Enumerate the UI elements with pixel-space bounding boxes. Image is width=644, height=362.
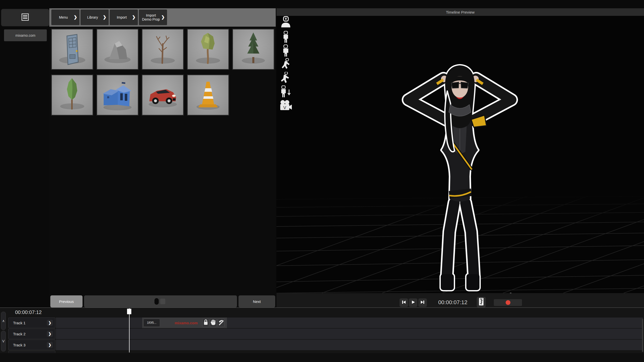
chevron-right-icon: ❯	[48, 343, 51, 347]
pine-tree-thumbnail	[233, 29, 274, 69]
prop-tile-blue-house[interactable]	[96, 74, 139, 116]
pickaxe-icon	[218, 319, 224, 326]
clip-hash-label: 1f0f5...	[147, 321, 156, 325]
track-2-lane[interactable]	[56, 329, 643, 339]
skip-start-button[interactable]	[399, 298, 408, 307]
chevron-right-icon: ❯	[74, 15, 77, 20]
timeline-scroll-up-button[interactable]: ∧	[1, 312, 6, 330]
hand-icon	[211, 319, 216, 326]
mixamo-site-label: mixamo.com	[15, 33, 35, 37]
library-button[interactable]: Library ❯	[80, 10, 109, 25]
timeline-playhead-handle[interactable]	[127, 309, 131, 314]
track-2-label: Track 2	[13, 332, 25, 336]
timeline-scrollbar[interactable]	[642, 319, 643, 352]
toolbar: Menu ❯ Library ❯ Import ❯ Import Demo Pr…	[49, 8, 276, 27]
bust-camera-icon	[280, 16, 291, 29]
main-menu-button[interactable]	[1, 9, 49, 26]
clip-hand-button[interactable]	[210, 319, 217, 327]
hamburger-icon	[21, 13, 29, 22]
transport-timecode: 00:00:07:12	[433, 299, 473, 306]
track-3-header[interactable]: Track 3 ❯	[8, 340, 55, 350]
play-icon	[411, 300, 415, 305]
camera-preset-standing-button[interactable]	[280, 31, 292, 44]
scroll-down-icon: V	[2, 339, 5, 343]
prop-tile-pine-tree[interactable]	[232, 29, 274, 70]
camera-preset-video-button[interactable]: V	[280, 100, 292, 113]
camera-preset-fall-button[interactable]	[280, 86, 292, 98]
skip-end-icon	[420, 300, 425, 305]
clip-watermark: mixamo.com	[167, 318, 205, 328]
poplar-tree-thumbnail	[52, 75, 93, 115]
prop-tile-door[interactable]	[51, 29, 93, 70]
next-page-label: Next	[253, 299, 261, 304]
prop-tile-traffic-cone[interactable]	[187, 74, 229, 116]
track-3-lane[interactable]	[56, 340, 643, 350]
previous-page-label: Previous	[59, 299, 74, 304]
library-button-label: Library	[87, 15, 102, 19]
door-thumbnail	[52, 29, 93, 69]
track-2-header[interactable]: Track 2 ❯	[8, 329, 55, 339]
track-2-expand-button[interactable]: ❯	[47, 331, 53, 337]
track-3-label: Track 3	[13, 343, 25, 347]
timeline-ruler-button[interactable]	[477, 297, 486, 307]
record-icon	[506, 300, 510, 305]
viewport-header: Timeline Preview	[276, 8, 644, 16]
camera-preset-standing-2-button[interactable]	[280, 45, 292, 57]
import-button-label: Import	[117, 15, 131, 19]
track-1-expand-button[interactable]: ❯	[47, 320, 53, 326]
figure-down-arrow-icon	[280, 85, 291, 99]
menu-button[interactable]: Menu ❯	[51, 10, 79, 25]
standing-figure-2-icon	[281, 44, 290, 58]
track-4-header-partial	[8, 351, 55, 353]
timeline-timecode: 00:00:07:12	[15, 309, 42, 315]
next-page-button[interactable]: Next	[238, 295, 275, 307]
menu-button-label: Menu	[59, 15, 72, 19]
running-figure-icon	[281, 58, 291, 71]
prop-tile-rock[interactable]	[96, 29, 139, 70]
track-1-clip[interactable]: 1f0f5... mixamo.com	[142, 318, 227, 328]
video-camera-icon: V	[280, 100, 292, 113]
dead-tree-thumbnail	[142, 29, 183, 69]
standing-figure-icon	[281, 31, 290, 44]
clip-lock-button[interactable]	[202, 319, 209, 327]
track-1-header[interactable]: Track 1 ❯	[8, 318, 55, 328]
prop-tile-poplar-tree[interactable]	[51, 74, 93, 116]
track-1-label: Track 1	[13, 321, 25, 325]
chevron-right-icon: ❯	[132, 15, 136, 20]
clip-pickaxe-button[interactable]	[218, 319, 224, 327]
character-model[interactable]	[384, 58, 535, 293]
scroll-up-icon: ∧	[2, 319, 5, 323]
track-1-lane[interactable]: 1f0f5... mixamo.com	[56, 318, 643, 328]
page-dot-inactive[interactable]	[160, 299, 165, 304]
mixamo-site-button[interactable]: mixamo.com	[4, 29, 47, 41]
skip-start-icon	[401, 300, 406, 305]
page-dot-active[interactable]	[154, 298, 159, 305]
skip-end-button[interactable]	[418, 298, 427, 307]
camera-v-label: V	[283, 105, 286, 110]
import-demo-prop-button[interactable]: Import Demo Prop ❯	[139, 10, 167, 25]
timeline-bottom-strip	[0, 353, 644, 362]
rock-thumbnail	[97, 29, 138, 69]
prop-tile-red-car[interactable]	[142, 74, 184, 116]
chevron-right-icon: ❯	[161, 15, 165, 20]
blue-house-thumbnail	[97, 75, 138, 115]
record-button[interactable]	[494, 299, 522, 306]
viewport-title: Timeline Preview	[446, 10, 475, 14]
traffic-cone-thumbnail	[188, 75, 228, 115]
clip-hash-button[interactable]: 1f0f5...	[143, 319, 160, 327]
prop-tile-dead-tree[interactable]	[142, 29, 184, 70]
camera-preset-bust-button[interactable]	[280, 16, 292, 29]
timeline-scroll-down-button[interactable]: V	[1, 331, 6, 351]
ruler-icon	[479, 298, 484, 306]
chevron-right-icon: ❯	[48, 332, 51, 336]
import-button[interactable]: Import ❯	[110, 10, 138, 25]
timeline-playhead-line	[129, 308, 130, 352]
camera-preset-run-button[interactable]	[280, 58, 292, 71]
transport-bar: 00:00:07:12	[276, 293, 644, 308]
chevron-right-icon: ❯	[103, 15, 106, 20]
track-3-expand-button[interactable]: ❯	[47, 342, 53, 348]
play-button[interactable]	[409, 298, 417, 307]
previous-page-button[interactable]: Previous	[50, 295, 83, 307]
camera-preset-run-2-button[interactable]	[280, 72, 292, 85]
prop-tile-leafy-tree[interactable]	[187, 29, 229, 70]
